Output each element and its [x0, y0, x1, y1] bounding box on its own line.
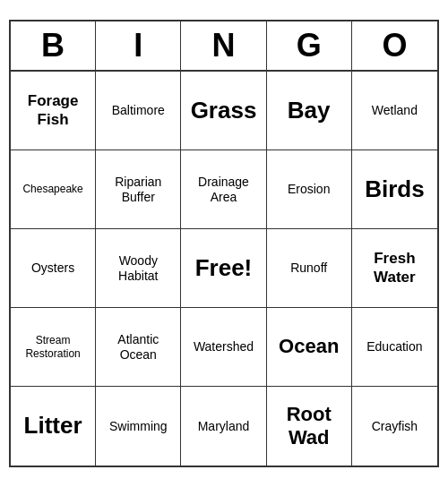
bingo-cell-15: Stream Restoration [11, 308, 96, 387]
bingo-cell-10: Oysters [11, 229, 96, 308]
bingo-cell-4: Wetland [352, 72, 437, 150]
bingo-cell-1: Baltimore [96, 72, 181, 150]
bingo-cell-16: Atlantic Ocean [96, 308, 181, 387]
header-letter-b: B [11, 21, 96, 70]
bingo-cell-2: Grass [181, 72, 266, 150]
bingo-cell-18: Ocean [267, 308, 352, 387]
header-letter-n: N [181, 21, 266, 70]
bingo-cell-3: Bay [267, 72, 352, 150]
bingo-card: BINGO Forage FishBaltimoreGrassBayWetlan… [9, 20, 439, 467]
bingo-cell-12: Free! [181, 229, 266, 308]
bingo-cell-13: Runoff [267, 229, 352, 308]
bingo-cell-20: Litter [11, 387, 96, 466]
header-letter-g: G [267, 21, 352, 70]
bingo-cell-8: Erosion [267, 150, 352, 229]
bingo-cell-11: Woody Habitat [96, 229, 181, 308]
bingo-cell-23: Root Wad [267, 387, 352, 466]
bingo-cell-6: Riparian Buffer [96, 150, 181, 229]
header-letter-o: O [352, 21, 437, 70]
bingo-cell-14: Fresh Water [352, 229, 437, 308]
bingo-cell-7: Drainage Area [181, 150, 266, 229]
bingo-cell-19: Education [352, 308, 437, 387]
bingo-cell-21: Swimming [96, 387, 181, 466]
bingo-cell-9: Birds [352, 150, 437, 229]
bingo-cell-22: Maryland [181, 387, 266, 466]
bingo-cell-17: Watershed [181, 308, 266, 387]
bingo-header: BINGO [11, 21, 437, 72]
bingo-grid: Forage FishBaltimoreGrassBayWetlandChesa… [11, 72, 437, 466]
bingo-cell-24: Crayfish [352, 387, 437, 466]
bingo-cell-0: Forage Fish [11, 72, 96, 150]
bingo-cell-5: Chesapeake [11, 150, 96, 229]
header-letter-i: I [96, 21, 181, 70]
